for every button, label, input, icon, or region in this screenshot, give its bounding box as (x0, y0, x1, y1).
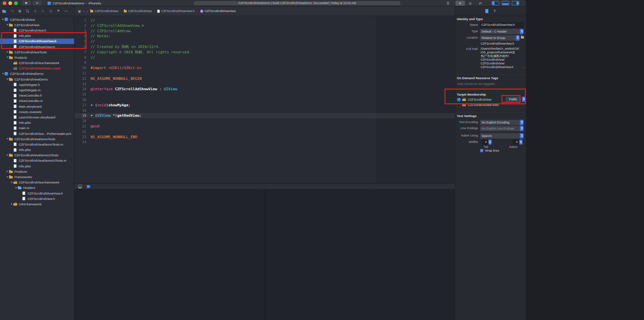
line-endings-dropdown[interactable]: No Explicit Line Endings (480, 126, 524, 131)
zoom-window-button[interactable] (14, 1, 18, 5)
related-items-icon[interactable]: ▣ (78, 9, 81, 13)
standard-editor-button[interactable]: ≡ (455, 1, 465, 6)
disclosure-open-icon[interactable] (6, 138, 9, 140)
code-line-4[interactable]: 4// Notes: (74, 34, 455, 39)
source-editor[interactable]: 1//2// CZFScrollAdShowView.h3// CZFScrol… (74, 16, 455, 183)
project-navigator-icon[interactable] (2, 9, 6, 13)
code-line-18[interactable]: 18 (74, 108, 455, 113)
disclosure-open-icon[interactable] (14, 187, 18, 189)
tree-item-czfscrolladviewdemotests[interactable]: CZFScrollAdViewDemoTests (0, 136, 74, 142)
code-line-22[interactable]: 22 (74, 129, 455, 135)
forward-icon[interactable]: › (87, 9, 88, 13)
disclosure-closed-icon[interactable] (10, 203, 13, 205)
run-button[interactable]: ▶ (22, 1, 31, 5)
indent-width-stepper[interactable] (519, 140, 523, 145)
tree-item-main-m[interactable]: main.m (0, 125, 74, 131)
breadcrumb-segment[interactable]: CZFScrollAdView (95, 9, 118, 13)
code-line-15[interactable]: 15 (74, 92, 455, 97)
tree-item-info-plist[interactable]: Info.plist (0, 163, 74, 169)
hide-debug-area-icon[interactable] (78, 185, 82, 189)
header-visibility-dropdown[interactable]: Public (505, 97, 521, 102)
tree-item-viewcontroller-m[interactable]: ViewController.m (0, 98, 74, 104)
code-line-8[interactable]: 8// (74, 55, 455, 60)
toggle-inspector-button[interactable] (512, 1, 519, 5)
breadcrumb-segment[interactable]: CZFScrollAdShowView.h (161, 9, 195, 13)
code-line-10[interactable]: 10#import <UIKit/UIKit.h> (74, 65, 455, 71)
breadcrumb-group[interactable]: CZFScrollAdShowView.h (157, 9, 195, 13)
tree-item-czfscrolladviewdemouitests-m[interactable]: CZFScrollAdViewDemoUITests.m (0, 158, 74, 163)
run-destination[interactable]: iPhone6s (89, 2, 101, 5)
find-navigator-icon[interactable] (25, 9, 30, 13)
code-line-24[interactable]: 24 (74, 140, 455, 145)
toggle-navigator-button[interactable] (492, 1, 499, 5)
report-navigator-icon[interactable]: ▭ (64, 9, 68, 13)
stepper-icon[interactable] (520, 126, 524, 131)
test-navigator-icon[interactable]: ◇ (41, 9, 45, 13)
text-encoding-dropdown[interactable]: No Explicit Encoding (480, 120, 524, 125)
tree-item-czfscrolladviewtests-xctest[interactable]: CZFScrollAdViewTests.xctest (0, 66, 74, 71)
code-line-5[interactable]: 5// (74, 39, 455, 44)
tree-item-czfscrolladshowview-m[interactable]: CZFScrollAdShowView.m (0, 44, 74, 49)
stepper-icon[interactable] (520, 120, 524, 125)
code-line-21[interactable]: 21@end (74, 124, 455, 129)
code-line-16[interactable]: 16 (74, 97, 455, 103)
code-line-3[interactable]: 3// CZFScrollAdView (74, 29, 455, 34)
code-line-6[interactable]: 6// Created by 陈帆 on 2019/12/4. (74, 44, 455, 50)
stop-button[interactable]: ■ (33, 1, 42, 5)
disclosure-open-icon[interactable] (6, 78, 9, 80)
stepper-icon[interactable] (522, 97, 526, 102)
back-icon[interactable]: ‹ (83, 9, 84, 13)
disclosure-open-icon[interactable] (6, 155, 9, 156)
assistant-editor-button[interactable]: ◎ (466, 1, 475, 6)
code-line-23[interactable]: 23NS_ASSUME_NONNULL_END (74, 135, 455, 140)
minimize-window-button[interactable] (8, 1, 12, 5)
wrap-lines-checkbox[interactable] (480, 149, 483, 152)
tab-width-field[interactable]: 4 (482, 140, 488, 145)
disclosure-open-icon[interactable] (6, 176, 9, 178)
indent-width-field[interactable]: 4 (513, 140, 519, 145)
tree-item-info-plist[interactable]: Info.plist (0, 120, 74, 125)
stepper-icon[interactable] (520, 29, 524, 34)
code-line-14[interactable]: 14@interface CZFScrollAdShowView : UIVie… (74, 87, 455, 92)
disclosure-open-icon[interactable] (10, 182, 13, 183)
variables-view[interactable] (74, 190, 265, 320)
disclosure-open-icon[interactable] (1, 73, 5, 74)
tree-item-main-storyboard[interactable]: Main.storyboard (0, 104, 74, 109)
scheme-selector[interactable]: CZFScrollAdViewDemo › iPhone6s (48, 1, 101, 6)
tree-item-czfscrolladviewdemouitests[interactable]: CZFScrollAdViewDemoUITests (0, 153, 74, 158)
odr-tags-placeholder[interactable]: Only resources are taggable (457, 82, 495, 86)
tree-item-uikit-framework[interactable]: UIKit.framework (0, 201, 74, 207)
tree-item-czfscrolladview-framework[interactable]: CZFScrollAdView.framework (0, 60, 74, 66)
tree-item-czfscrolladviewdemo[interactable]: CZFScrollAdViewDemo (0, 71, 74, 76)
tree-item-products[interactable]: Products (0, 169, 74, 174)
tree-item-czfscrolladshowview-h[interactable]: CZFScrollAdShowView.h (0, 39, 74, 44)
source-control-navigator-icon[interactable]: ⌥ (10, 9, 14, 13)
console-view[interactable] (265, 190, 455, 320)
disclosure-closed-icon[interactable] (6, 51, 9, 53)
code-line-17[interactable]: 17+ (void)showMyAge; (74, 103, 455, 108)
tree-item-czfscrolladview-prefixheader-pch[interactable]: CZFScrollAdView…PrefixHeader.pch (0, 131, 74, 136)
tree-item-launchscreen-storyboard[interactable]: LaunchScreen.storyboard (0, 114, 74, 120)
code-line-19[interactable]: 19+ (UIView *)getRedView; (74, 113, 455, 118)
disclosure-open-icon[interactable] (1, 19, 5, 20)
stepper-icon[interactable] (520, 133, 524, 139)
close-window-button[interactable] (3, 1, 6, 5)
scheme-name[interactable]: CZFScrollAdViewDemo (53, 2, 84, 5)
code-line-1[interactable]: 1// (74, 18, 455, 23)
quick-help-tab-icon[interactable]: ? (493, 9, 495, 13)
tree-item-czfscrolladview[interactable]: CZFScrollAdView (0, 17, 74, 22)
version-editor-button[interactable]: ⇄ (476, 1, 485, 6)
breakpoint-navigator-icon[interactable]: ⚑ (56, 9, 60, 13)
type-dropdown[interactable]: Default - C Header (480, 29, 524, 34)
code-braces-icon[interactable]: {} (447, 1, 449, 5)
disclosure-open-icon[interactable] (6, 24, 9, 25)
location-dropdown[interactable]: Relative to Group (480, 35, 520, 41)
disclosure-open-icon[interactable] (6, 57, 9, 58)
tree-item-czfscrolladviewdemo[interactable]: CZFScrollAdViewDemo (0, 76, 74, 82)
tab-width-stepper[interactable] (488, 140, 492, 145)
code-line-13[interactable]: 13 (74, 82, 455, 87)
code-line-7[interactable]: 7// Copyright © 2019 陈帆. All rights rese… (74, 50, 455, 55)
tree-item-czfscrolladview-h[interactable]: CZFScrollAdView.h (0, 196, 74, 201)
breadcrumb-group[interactable]: CZFScrollAdView (90, 9, 118, 13)
stepper-icon[interactable] (516, 35, 520, 41)
